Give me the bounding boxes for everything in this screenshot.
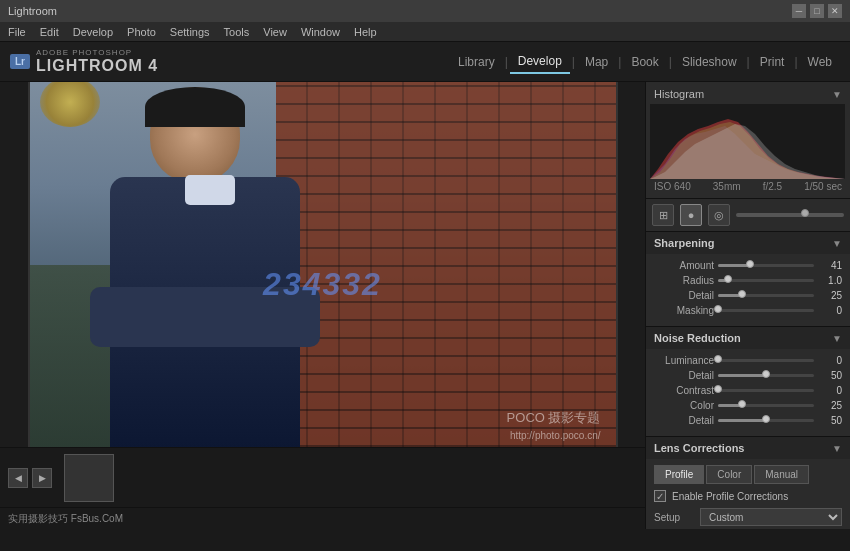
tab-book[interactable]: Book: [623, 51, 666, 73]
sharpening-detail-thumb: [738, 290, 746, 298]
nr-color-detail-value: 50: [818, 415, 842, 426]
nr-detail-row: Detail 50: [654, 370, 842, 381]
sharpening-masking-row: Masking 0: [654, 305, 842, 316]
lr-title: ADOBE PHOTOSHOP LIGHTROOM 4: [36, 48, 158, 75]
title-bar-controls: ─ □ ✕: [792, 4, 842, 18]
nr-contrast-track[interactable]: [718, 389, 814, 392]
sharpening-amount-label: Amount: [654, 260, 714, 271]
nr-luminance-track[interactable]: [718, 359, 814, 362]
sharpening-content: Amount 41 Radius 1.0: [646, 254, 850, 326]
nr-color-track[interactable]: [718, 404, 814, 407]
nr-color-value: 25: [818, 400, 842, 411]
menu-window[interactable]: Window: [301, 26, 340, 38]
minimize-button[interactable]: ─: [792, 4, 806, 18]
spot-removal-tool[interactable]: ●: [680, 204, 702, 226]
sharpening-radius-label: Radius: [654, 275, 714, 286]
menu-develop[interactable]: Develop: [73, 26, 113, 38]
sharpening-detail-row: Detail 25: [654, 290, 842, 301]
tool-slider[interactable]: [736, 213, 844, 217]
sharpening-masking-value: 0: [818, 305, 842, 316]
setup-label: Setup: [654, 512, 694, 523]
nr-luminance-label: Luminance: [654, 355, 714, 366]
nr-luminance-value: 0: [818, 355, 842, 366]
filmstrip: ◀ ▶: [0, 447, 645, 507]
tab-develop[interactable]: Develop: [510, 50, 570, 74]
menu-view[interactable]: View: [263, 26, 287, 38]
crop-tool[interactable]: ⊞: [652, 204, 674, 226]
tool-icons-row: ⊞ ● ◎: [646, 199, 850, 232]
status-text: 实用摄影技巧 FsBus.CoM: [8, 512, 123, 526]
lens-corrections-header[interactable]: Lens Corrections ▼: [646, 437, 850, 459]
iso-value: ISO 640: [654, 181, 691, 192]
photo-frame: 234332 POCO 摄影专题 http://photo.poco.cn/: [28, 82, 618, 447]
menu-photo[interactable]: Photo: [127, 26, 156, 38]
sharpening-amount-thumb: [746, 260, 754, 268]
menu-edit[interactable]: Edit: [40, 26, 59, 38]
close-button[interactable]: ✕: [828, 4, 842, 18]
tab-slideshow[interactable]: Slideshow: [674, 51, 745, 73]
status-bar: 实用摄影技巧 FsBus.CoM: [0, 507, 645, 529]
overlay-text: 234332: [263, 266, 382, 303]
setup-select[interactable]: Custom Auto Default: [700, 508, 842, 526]
lc-tab-color[interactable]: Color: [706, 465, 752, 484]
noise-reduction-header[interactable]: Noise Reduction ▼: [646, 327, 850, 349]
setup-row: Setup Custom Auto Default: [654, 508, 842, 526]
title-bar: Lightroom ─ □ ✕: [0, 0, 850, 22]
histogram-section: Histogram ▼ ISO 640: [646, 82, 850, 199]
sharpening-radius-track[interactable]: [718, 279, 814, 282]
enable-profile-label: Enable Profile Corrections: [672, 491, 788, 502]
histogram-collapse-icon[interactable]: ▼: [832, 89, 842, 100]
redeye-tool[interactable]: ◎: [708, 204, 730, 226]
tab-library[interactable]: Library: [450, 51, 503, 73]
nr-contrast-value: 0: [818, 385, 842, 396]
filmstrip-thumbnail[interactable]: [64, 454, 114, 502]
sharpening-title: Sharpening: [654, 237, 715, 249]
sharpening-detail-track[interactable]: [718, 294, 814, 297]
module-tabs: Library | Develop | Map | Book | Slidesh…: [450, 50, 840, 74]
watermark: POCO 摄影专题 http://photo.poco.cn/: [507, 408, 601, 443]
sharpening-amount-track[interactable]: [718, 264, 814, 267]
top-nav: Lr ADOBE PHOTOSHOP LIGHTROOM 4 Library |…: [0, 42, 850, 82]
nr-color-detail-track[interactable]: [718, 419, 814, 422]
enable-profile-checkbox[interactable]: ✓: [654, 490, 666, 502]
menu-help[interactable]: Help: [354, 26, 377, 38]
restore-button[interactable]: □: [810, 4, 824, 18]
nr-luminance-thumb: [714, 355, 722, 363]
histogram-title: Histogram: [654, 88, 704, 100]
center-area: 234332 POCO 摄影专题 http://photo.poco.cn/ ◀…: [0, 82, 645, 529]
nr-color-detail-label: Detail: [654, 415, 714, 426]
nr-detail-fill: [718, 374, 766, 377]
tab-web[interactable]: Web: [800, 51, 840, 73]
lens-corrections-arrow: ▼: [832, 443, 842, 454]
sharpening-radius-row: Radius 1.0: [654, 275, 842, 286]
sharpening-masking-track[interactable]: [718, 309, 814, 312]
adobe-label: ADOBE PHOTOSHOP: [36, 48, 158, 57]
lens-corrections-title: Lens Corrections: [654, 442, 744, 454]
lens-corrections-content: Profile Color Manual ✓ Enable Profile Co…: [646, 459, 850, 529]
sharpening-amount-value: 41: [818, 260, 842, 271]
plant: [40, 82, 100, 127]
menu-file[interactable]: File: [8, 26, 26, 38]
menu-bar: File Edit Develop Photo Settings Tools V…: [0, 22, 850, 42]
menu-tools[interactable]: Tools: [224, 26, 250, 38]
logo-area: Lr ADOBE PHOTOSHOP LIGHTROOM 4: [10, 48, 158, 75]
sharpening-detail-label: Detail: [654, 290, 714, 301]
nr-detail-track[interactable]: [718, 374, 814, 377]
histogram-header: Histogram ▼: [650, 86, 846, 102]
lc-tab-manual[interactable]: Manual: [754, 465, 809, 484]
noise-reduction-section: Noise Reduction ▼ Luminance 0 Detail: [646, 327, 850, 437]
tab-print[interactable]: Print: [752, 51, 793, 73]
histogram-canvas: [650, 104, 845, 179]
nr-color-detail-row: Detail 50: [654, 415, 842, 426]
filmstrip-controls: ◀ ▶: [8, 468, 52, 488]
filmstrip-prev-button[interactable]: ◀: [8, 468, 28, 488]
sharpening-header[interactable]: Sharpening ▼: [646, 232, 850, 254]
sharpening-detail-value: 25: [818, 290, 842, 301]
nr-contrast-label: Contrast: [654, 385, 714, 396]
enable-profile-row: ✓ Enable Profile Corrections: [654, 490, 842, 502]
tool-slider-thumb: [801, 209, 809, 217]
menu-settings[interactable]: Settings: [170, 26, 210, 38]
filmstrip-next-button[interactable]: ▶: [32, 468, 52, 488]
lc-tab-profile[interactable]: Profile: [654, 465, 704, 484]
tab-map[interactable]: Map: [577, 51, 616, 73]
